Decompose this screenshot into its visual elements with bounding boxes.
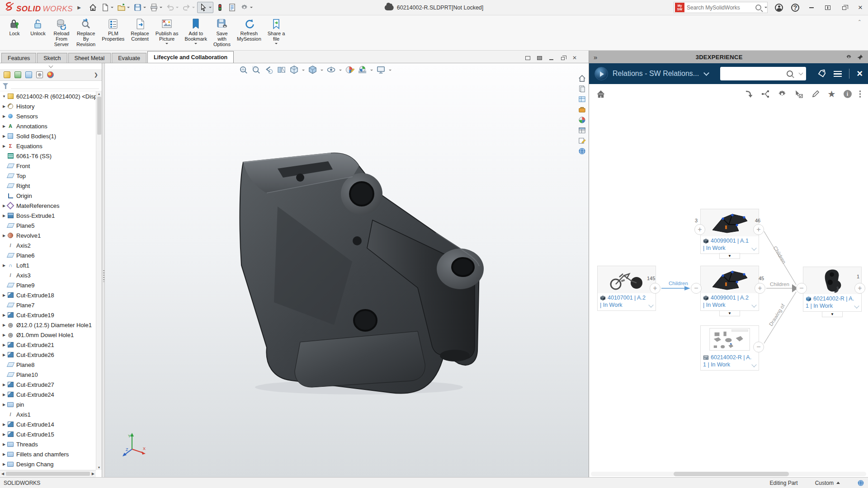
relations-horizontal-scrollbar[interactable] (591, 472, 866, 476)
tab-evaluate[interactable]: Evaluate (112, 53, 146, 63)
dropdown-caret-icon[interactable] (389, 70, 392, 72)
tree-item-cut-extrude27[interactable]: ▶Cut-Extrude27 (0, 380, 96, 389)
graph-node-60214002-part[interactable]: 60214002-R | A. 1 | In Work (803, 267, 862, 312)
edit-appearance-icon[interactable] (345, 65, 354, 75)
tree-item-cut-extrude18[interactable]: ▶Cut-Extrude18 (0, 290, 96, 300)
tree-item-sensors[interactable]: ▶Sensors (0, 111, 96, 121)
configurationmanager-tab-icon[interactable] (25, 71, 32, 78)
tab-sheet-metal[interactable]: Sheet Metal (68, 53, 111, 63)
dimxpert-tab-icon[interactable]: ⊕ (36, 71, 43, 78)
filter-input[interactable] (11, 83, 99, 89)
toolbar-button-plm-properties[interactable]: PLM Properties (99, 17, 127, 48)
taskpane-properties-icon[interactable] (578, 126, 586, 135)
dropdown-caret-icon[interactable] (160, 7, 162, 9)
options-button[interactable] (239, 2, 254, 13)
previous-view-icon[interactable] (264, 65, 274, 75)
zoom-fit-icon[interactable] (239, 65, 248, 75)
tree-item-plane6[interactable]: Plane6 (0, 250, 96, 260)
collapse-minus-button[interactable]: − (691, 283, 702, 294)
minimize-doc-button[interactable] (548, 55, 554, 61)
toolbar-button-reload-from-server[interactable]: Reload From Server (50, 17, 73, 48)
units-dropdown[interactable]: Custom (811, 480, 844, 486)
expand-plus-button[interactable]: + (694, 224, 705, 235)
new-document-button[interactable] (99, 2, 115, 13)
tab-lifecycle-and-collaboration[interactable]: Lifecycle and Collaboration (147, 51, 234, 63)
close-doc-button[interactable]: ✕ (571, 55, 578, 61)
graph-node-40099001-a1[interactable]: 40099001 | A.1 | In Work (700, 209, 759, 254)
expand-plus-button[interactable]: + (650, 283, 660, 294)
tree-item-loft1[interactable]: ▶Loft1 (0, 260, 96, 270)
tree-item-cut-extrude19[interactable]: ▶Cut-Extrude19 (0, 310, 96, 320)
node-chevron-icon[interactable] (751, 302, 756, 307)
span-displays-button[interactable] (823, 3, 833, 13)
dropdown-caret-icon[interactable] (370, 70, 373, 72)
search-icon[interactable] (755, 5, 761, 10)
taskpane-toolbox-icon[interactable] (578, 105, 586, 114)
tree-item-axis2[interactable]: Axis2 (0, 240, 96, 250)
tree-item-plane8[interactable]: Plane8 (0, 360, 96, 370)
widget-title-chevron-icon[interactable] (703, 70, 709, 76)
3d-part-model[interactable] (223, 152, 495, 399)
print-button[interactable] (148, 2, 164, 13)
home-button[interactable] (87, 2, 99, 13)
tree-tabs-expand-icon[interactable]: ❯ (94, 72, 98, 78)
toolbar-button-replace-by-revision[interactable]: Replace By Revision (73, 17, 99, 48)
toolbar-button-save-with-options[interactable]: Save with Options (210, 17, 234, 48)
tree-item-front[interactable]: Front (0, 161, 96, 171)
dropdown-caret-icon[interactable] (111, 7, 113, 9)
tree-item-plane10[interactable]: Plane10 (0, 370, 96, 380)
undo-button[interactable] (165, 2, 180, 13)
tree-item-12-0-12-5-diameter-hole1[interactable]: ▶Ø12.0 (12.5) Diameter Hole1 (0, 320, 96, 330)
dropdown-caret-icon[interactable] (275, 43, 278, 46)
graph-node-40099001-a2[interactable]: 40099001 | A.2 | In Work (700, 266, 759, 311)
tree-item-cut-extrude15[interactable]: ▶Cut-Extrude15 (0, 429, 96, 439)
tree-root-item[interactable]: ▼ 60214002-R (60214002) <Display Sta (0, 91, 96, 101)
restore-button[interactable] (839, 3, 849, 13)
toolbar-button-lock[interactable]: Lock (3, 17, 26, 48)
tree-item-revolve1[interactable]: ▶Revolve1 (0, 230, 96, 240)
propertymanager-tab-icon[interactable] (14, 71, 21, 78)
select-tool-button[interactable] (197, 2, 213, 13)
graph-node-40107001[interactable]: 40107001 | A.2 | In Work (597, 266, 656, 311)
relations-search-box[interactable] (720, 67, 806, 80)
displaymanager-tab-icon[interactable] (47, 71, 54, 78)
dropdown-caret-icon[interactable] (165, 43, 168, 46)
view-settings-icon[interactable] (376, 65, 386, 75)
node-expand-down-button[interactable]: ▼ (719, 253, 740, 259)
toolbar-button-unlock[interactable]: Unlock (26, 17, 50, 48)
expand-plus-button[interactable]: + (854, 283, 865, 294)
user-account-button[interactable] (774, 3, 784, 13)
dropdown-caret-icon[interactable] (339, 70, 342, 72)
display-style-icon[interactable] (308, 65, 317, 75)
panel-pin-icon[interactable] (857, 54, 863, 61)
dropdown-caret-icon[interactable] (194, 43, 197, 46)
tree-item-threads[interactable]: ▶Threads (0, 439, 96, 449)
section-view-icon[interactable] (277, 65, 286, 75)
document-properties-button[interactable] (226, 2, 238, 13)
taskpane-3dexperience-icon[interactable] (578, 147, 586, 155)
toolbar-button-replace-content[interactable]: Replace Content (127, 17, 152, 48)
taskpane-home-icon[interactable] (578, 74, 586, 83)
node-chevron-icon[interactable] (751, 245, 756, 250)
tree-item-cut-extrude24[interactable]: ▶Cut-Extrude24 (0, 389, 96, 399)
rebuild-stoplight-button[interactable] (214, 2, 226, 13)
tree-item-cut-extrude14[interactable]: ▶Cut-Extrude14 (0, 419, 96, 429)
view-orientation-icon[interactable] (289, 65, 299, 75)
hide-show-items-icon[interactable] (326, 65, 336, 75)
graph-node-60214002-drawing[interactable]: 60214002-R | A. 1 | In Work (700, 325, 759, 371)
collapse-minus-button[interactable]: − (796, 283, 807, 294)
tree-item-design-chang[interactable]: ▶Design Chang (0, 459, 96, 469)
search-input[interactable] (687, 5, 755, 11)
tree-horizontal-scrollbar[interactable]: ◀▶ (0, 470, 96, 477)
toolbar-button-share-a-file[interactable]: Share a file (264, 17, 288, 48)
tab-features[interactable]: Features (1, 53, 36, 63)
mysolidworks-search[interactable]: MySW (674, 2, 768, 13)
tree-item-history[interactable]: ▶History (0, 101, 96, 111)
tree-item-top[interactable]: Top (0, 171, 96, 181)
tree-item-6061-t6-ss[interactable]: 6061-T6 (SS) (0, 151, 96, 161)
restore-doc-button[interactable] (560, 55, 566, 61)
apply-scene-icon[interactable] (358, 65, 367, 75)
tree-item-pin[interactable]: ▶pin (0, 399, 96, 409)
tree-item-axis1[interactable]: Axis1 (0, 409, 96, 419)
dropdown-caret-icon[interactable] (209, 7, 212, 9)
